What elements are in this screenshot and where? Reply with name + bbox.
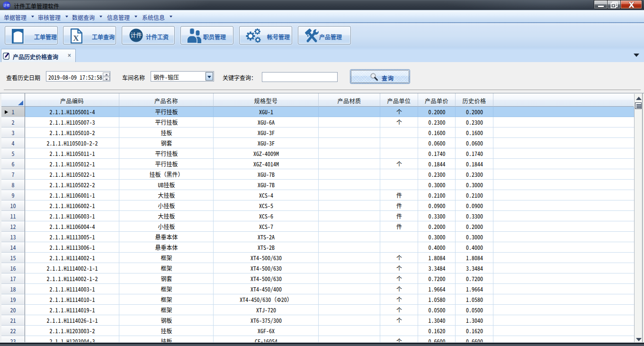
svg-text:计件: 计件 xyxy=(130,31,142,39)
svg-text:X: X xyxy=(73,34,79,43)
